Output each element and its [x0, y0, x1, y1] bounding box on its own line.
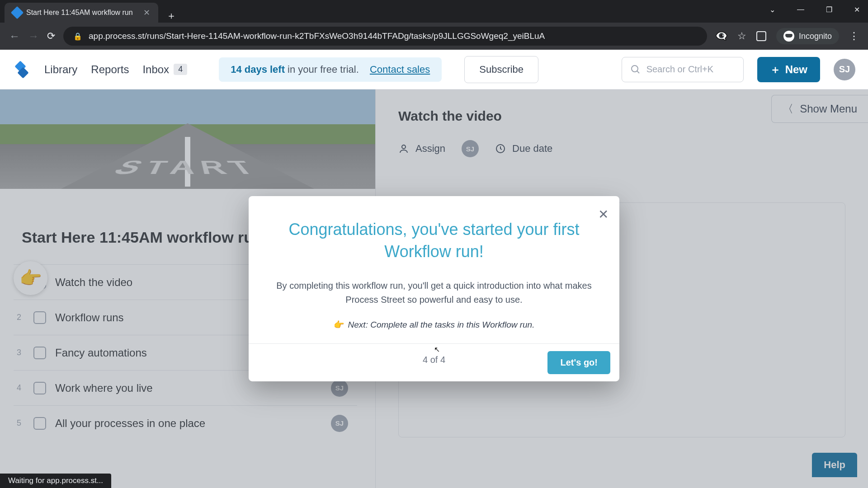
modal-title: Congratulations, you've started your fir… — [276, 219, 592, 263]
svg-point-2 — [632, 66, 638, 72]
url-text: app.process.st/runs/Start-Here-1145AM-wo… — [89, 31, 545, 41]
app-header: Library Reports Inbox 4 14 days left in … — [0, 50, 868, 89]
reload-button[interactable]: ⟳ — [47, 30, 55, 42]
maximize-button[interactable]: ❐ — [821, 4, 837, 16]
svg-line-3 — [637, 71, 639, 73]
browser-chrome: Start Here 11:45AM workflow run ✕ ＋ ⌄ — … — [0, 0, 868, 50]
close-window-button[interactable]: ✕ — [849, 4, 864, 16]
lock-icon: 🔒 — [73, 32, 82, 41]
modal-next: 👉Next: Complete all the tasks in this Wo… — [276, 319, 592, 330]
modal-body: By completing this workflow run, you'll … — [276, 279, 592, 307]
tab-close-icon[interactable]: ✕ — [143, 8, 150, 18]
new-tab-button[interactable]: ＋ — [158, 9, 184, 23]
address-bar: ← → ⟳ 🔒 app.process.st/runs/Start-Here-1… — [0, 23, 868, 50]
nav-inbox-label: Inbox — [142, 63, 169, 76]
incognito-icon — [783, 31, 794, 42]
subscribe-button[interactable]: Subscribe — [464, 56, 538, 83]
contact-sales-link[interactable]: Contact sales — [370, 64, 430, 75]
minimize-button[interactable]: — — [793, 4, 809, 16]
favicon-icon — [11, 6, 24, 19]
modal-next-label: Next: Complete all the tasks in this Wor… — [348, 320, 535, 329]
lets-go-button[interactable]: Let's go! — [547, 351, 610, 374]
back-button[interactable]: ← — [9, 30, 20, 42]
search-input[interactable]: Search or Ctrl+K — [622, 57, 744, 82]
browser-tab[interactable]: Start Here 11:45AM workflow run ✕ — [5, 3, 158, 23]
tab-title: Start Here 11:45AM workflow run — [26, 9, 139, 17]
inbox-count-badge: 4 — [174, 64, 187, 75]
incognito-badge[interactable]: Incognito — [776, 28, 839, 44]
mouse-cursor-icon: ↖ — [434, 345, 440, 354]
url-input[interactable]: 🔒 app.process.st/runs/Start-Here-1145AM-… — [63, 27, 707, 46]
new-button[interactable]: ＋ New — [757, 57, 820, 82]
modal-step-indicator: 4 of 4 — [423, 355, 445, 365]
tab-bar: Start Here 11:45AM workflow run ✕ ＋ ⌄ — … — [0, 0, 868, 23]
app-logo-icon[interactable] — [13, 61, 31, 79]
tab-dropdown-icon[interactable]: ⌄ — [765, 4, 780, 16]
search-icon — [630, 64, 641, 75]
nav-reports[interactable]: Reports — [91, 63, 129, 76]
nav-library[interactable]: Library — [44, 63, 77, 76]
new-button-label: New — [785, 63, 807, 76]
trial-text: in your free trial. — [285, 64, 359, 75]
extensions-icon[interactable] — [756, 31, 766, 41]
main-area: START 👉 Start Here 11:45AM workflow run … — [0, 89, 868, 488]
kebab-menu-icon[interactable]: ⋮ — [849, 30, 859, 42]
star-icon[interactable]: ☆ — [737, 30, 746, 42]
nav-inbox[interactable]: Inbox 4 — [142, 63, 187, 76]
trial-banner: 14 days left in your free trial. Contact… — [219, 57, 442, 82]
plus-icon: ＋ — [770, 62, 781, 77]
trial-days: 14 days left — [231, 64, 285, 75]
pointer-emoji-icon: 👉 — [334, 320, 344, 329]
modal-close-button[interactable]: ✕ — [598, 207, 609, 222]
eye-off-icon[interactable]: 👁️‍🗨️ — [715, 30, 727, 42]
window-controls: ⌄ — ❐ ✕ — [765, 4, 864, 16]
incognito-label: Incognito — [799, 32, 832, 41]
forward-button[interactable]: → — [28, 30, 39, 42]
onboarding-modal: ✕ Congratulations, you've started your f… — [249, 196, 619, 381]
status-bar: Waiting for app.process.st... — [0, 474, 111, 488]
search-placeholder: Search or Ctrl+K — [646, 64, 713, 75]
user-avatar[interactable]: SJ — [834, 59, 855, 80]
